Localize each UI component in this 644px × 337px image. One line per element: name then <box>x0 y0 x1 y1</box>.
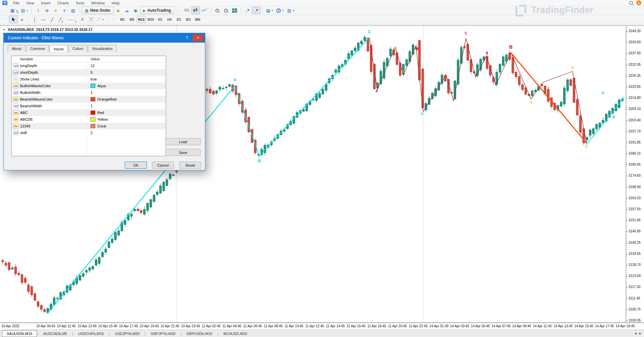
timeframe-w1[interactable]: W1 <box>184 16 193 23</box>
timeframe-m15[interactable]: M15 <box>137 16 146 23</box>
line-chart-button[interactable] <box>200 7 209 14</box>
symbol-tab-xauusdb[interactable]: XAUUSDb,M15 <box>2 330 37 337</box>
menu-help[interactable]: Help <box>108 1 123 5</box>
timeframe-m30[interactable]: M30 <box>146 16 155 23</box>
param-row[interactable]: 123BullishWidth1 <box>12 89 166 96</box>
bar-chart-button[interactable] <box>183 7 191 14</box>
param-row[interactable]: 12345Coral <box>12 123 166 129</box>
vertical-line-button[interactable]: │ <box>31 16 39 23</box>
cursor-button[interactable] <box>9 16 17 23</box>
param-row[interactable]: 123shift2 <box>12 129 166 136</box>
symbol-tab-usdchfb[interactable]: USDCHFb,M15 <box>73 330 108 337</box>
timeframe-m5[interactable]: M5 <box>127 16 136 23</box>
zoom-out-button[interactable]: − <box>222 7 230 14</box>
table-header: Variable Value <box>12 56 166 62</box>
dialog-title-bar[interactable]: Custom Indicator - Elliot Waves ? × <box>4 33 205 43</box>
zoom-in-button[interactable]: + <box>213 7 221 14</box>
timeframe-h4[interactable]: H4 <box>165 16 174 23</box>
tab-colors[interactable]: Colors <box>68 45 87 52</box>
menu-file[interactable]: File <box>10 1 23 5</box>
notification-badge[interactable]: 1 <box>636 0 641 5</box>
param-row[interactable]: ABCRed <box>12 109 166 116</box>
time-label: 14 Apr 07:45 <box>491 324 511 328</box>
timeframe-mn[interactable]: MN <box>193 16 202 23</box>
menu-insert[interactable]: Insert <box>38 1 54 5</box>
menu-tools[interactable]: Tools <box>72 1 88 5</box>
symbol-tab-audcadb[interactable]: AUDCADb,M5 <box>39 330 72 337</box>
time-label: 11 Apr 06:45 <box>243 324 262 328</box>
param-row[interactable]: ABCDEYellow <box>12 116 166 123</box>
periods-button[interactable]: ▼ <box>275 7 285 14</box>
bullish-wave-far-right[interactable] <box>587 97 625 145</box>
horizontal-line-button[interactable]: — <box>39 16 48 23</box>
market-watch-button[interactable]: ▲▼ <box>34 7 42 14</box>
strategy-tester-button[interactable]: ▧ <box>69 7 77 14</box>
text-button[interactable]: A <box>78 16 87 23</box>
param-name: BearishWidth <box>20 104 86 108</box>
param-row[interactable]: 123longDepth12 <box>12 62 166 69</box>
tab-visualization[interactable]: Visualization <box>88 45 117 52</box>
symbol-tabs-bar: XAUUSDb,M15|AUDCADb,M5|USDCHFb,M15|USDJP… <box>0 330 644 337</box>
reset-button[interactable]: Reset <box>179 162 201 169</box>
ok-button[interactable]: OK <box>125 162 147 169</box>
templates-button[interactable]: ▥▼ <box>286 7 296 14</box>
param-row[interactable]: BullishWavesColorAqua <box>12 82 166 89</box>
timeframe-d1[interactable]: D1 <box>174 16 183 23</box>
wave-label-c: C <box>465 32 467 35</box>
new-order-button[interactable]: ▤+New Order <box>82 7 113 14</box>
autotrading-button[interactable]: ▶AutoTrading <box>140 7 174 14</box>
load-button[interactable]: Load <box>165 138 201 145</box>
dialog-close-icon[interactable]: × <box>193 35 203 41</box>
param-row[interactable]: 123BearishWidth1 <box>12 103 166 109</box>
tile-windows-button[interactable] <box>230 7 239 14</box>
arrows-button[interactable]: ▼ <box>96 16 105 23</box>
trendline-button[interactable]: ╱ <box>48 16 56 23</box>
price-tick <box>626 65 628 65</box>
cancel-button[interactable]: Cancel <box>152 162 174 169</box>
text-label-button[interactable]: T <box>87 16 95 23</box>
price-label: 3111.45 <box>629 296 640 300</box>
fibonacci-button[interactable]: ⋯⋯F <box>65 16 78 23</box>
crosshair-button[interactable]: + <box>18 16 26 23</box>
candlestick-chart-button[interactable] <box>192 7 200 14</box>
symbol-tab-gbpusdb[interactable]: GBPUSDb,M15 <box>182 330 217 337</box>
auto-scroll-button[interactable]: ∟▶ <box>243 7 252 14</box>
tab-scroll-right-icon[interactable]: ▶ <box>639 332 641 335</box>
tab-about[interactable]: About <box>8 45 25 52</box>
data-window-button[interactable]: ⊕ <box>43 7 51 14</box>
symbol-tab-usdjpyb[interactable]: USDJPYb,M30 <box>110 330 144 337</box>
param-row[interactable]: 123shortDepth5 <box>12 69 166 76</box>
tab-scroll-left-icon[interactable]: ◀ <box>635 332 637 335</box>
collapse-marker-icon[interactable]: ▼ <box>3 28 5 31</box>
symbol-tab-bchusd[interactable]: BCHUSD,M30 <box>219 330 252 337</box>
param-value-text: Coral <box>97 124 106 128</box>
time-axis[interactable]: 10 Apr 202510 Apr 09:4510 Apr 11:4510 Ap… <box>0 323 644 330</box>
param-row[interactable]: ≈Show Linestrue <box>12 76 166 82</box>
navigator-button[interactable]: ★ <box>51 7 60 14</box>
metaeditor-icon[interactable]: ◆ <box>114 7 122 14</box>
chart-shift-button[interactable]: ∟▶ <box>252 7 260 14</box>
indicators-button[interactable]: ▤+▼ <box>265 7 275 14</box>
save-button[interactable]: Save <box>165 149 201 156</box>
terminal-button[interactable]: ≡ <box>60 7 68 14</box>
wave-label-d: D <box>571 66 574 69</box>
menu-charts[interactable]: Charts <box>54 1 72 5</box>
new-chart-button[interactable]: ▦+▼ <box>9 7 19 14</box>
equidistant-channel-button[interactable]: ╱E <box>57 16 65 23</box>
tab-inputs[interactable]: Inputs <box>50 45 68 52</box>
timeframe-m1[interactable]: M1 <box>118 16 127 23</box>
mql5-community-icon[interactable]: ☁ <box>123 7 131 14</box>
price-axis[interactable]: 3249.303243.603237.903232.053226.353220.… <box>626 26 644 323</box>
menu-window[interactable]: Window <box>88 1 108 5</box>
timeframe-h1[interactable]: H1 <box>156 16 164 23</box>
symbol-tab-gbpjpyb[interactable]: GBPJPYb,M30 <box>146 330 180 337</box>
dialog-help-button[interactable]: ? <box>181 33 193 43</box>
search-icon[interactable] <box>629 1 633 5</box>
menu-view[interactable]: View <box>23 1 38 5</box>
signals-icon[interactable]: ◉ <box>131 7 140 14</box>
tab-common[interactable]: Common <box>26 45 49 52</box>
param-row[interactable]: BearishWavesColorOrangeRed <box>12 96 166 103</box>
profiles-button[interactable]: ▤▼ <box>19 7 30 14</box>
wave-label-a: A <box>233 77 236 82</box>
bearish-impulse-line[interactable] <box>511 53 587 143</box>
